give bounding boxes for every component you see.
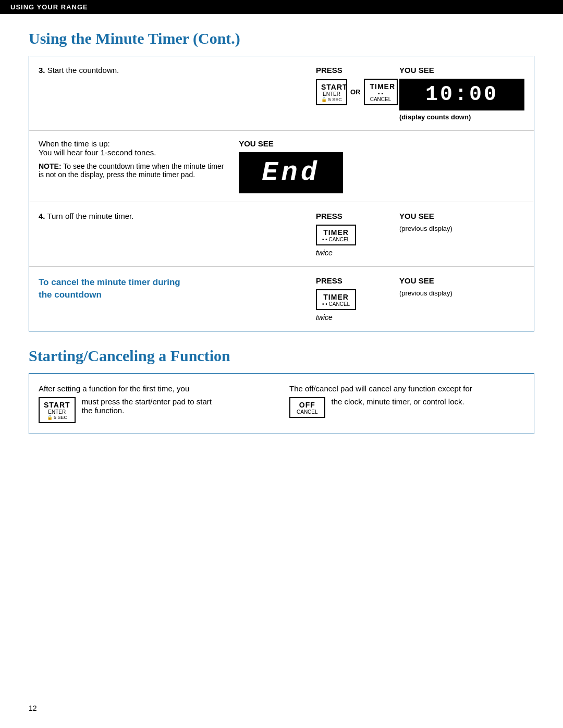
step4-twice: twice [316,249,394,257]
timer-btn4-main: TIMER [323,228,349,237]
timer-button-step3[interactable]: TIMER • • CANCEL [364,79,398,105]
cancel-title: To cancel the minute timer during the co… [39,276,305,301]
section2-left-text3: the function. [82,406,125,415]
section2-left-text2: must press the start/enter pad to start [82,397,212,406]
note-label: NOTE: [39,162,62,170]
cancel-previous-display: (previous display) [399,289,524,297]
s2-start-sub: ENTER [44,409,70,415]
step4-you-see-col: YOU SEE (previous display) [399,212,524,232]
step3-press-label: PRESS [316,66,394,75]
section2-right-block: OFF CANCEL the clock, minute timer, or c… [289,397,524,418]
step3-content: 3. Start the countdown. [39,66,316,75]
step3-row: 3. Start the countdown. PRESS START ENTE… [29,56,534,131]
step4-number: 4. [39,212,45,220]
step3-display-caption: (display counts down) [399,113,524,121]
timer-btnc-main: TIMER [323,293,349,301]
step3-press-col: PRESS START ENTER 🔒 5 SEC OR TIMER • • C… [316,66,399,105]
section2-title: Starting/Canceling a Function [29,347,534,365]
s2-start-lock: 🔒 5 SEC [44,415,70,420]
section2-right-text1: The off/cancel pad will cancel any funct… [289,384,524,393]
step4-previous-display: (previous display) [399,225,524,232]
start-button[interactable]: START ENTER 🔒 5 SEC [316,79,347,105]
when-time-up: When the time is up: [39,139,226,148]
section2-left-text2-block: must press the start/enter pad to start … [82,397,212,415]
end-display: End [239,152,343,193]
page-number: 12 [29,704,37,712]
timer-button-cancel[interactable]: TIMER • • CANCEL [316,289,356,310]
s2-start-main: START [44,401,70,409]
cancel-press-col: PRESS TIMER • • CANCEL twice [316,276,399,322]
section2-left-block: START ENTER 🔒 5 SEC must press the start… [39,397,274,423]
step4-you-see-label: YOU SEE [399,212,524,220]
step3-number: 3. [39,66,45,75]
section2-inner: After setting a function for the first t… [39,384,524,423]
timer-btn-sub: • • CANCEL [370,91,391,102]
step4-description: Turn off the minute timer. [47,212,133,220]
cancel-you-see-label: YOU SEE [399,276,524,285]
cancel-twice: twice [316,313,394,322]
info-left: When the time is up: You will hear four … [39,139,237,179]
off-btn-main: OFF [299,401,315,409]
step4-press-label: PRESS [316,212,394,220]
section2-right-col: The off/cancel pad will cancel any funct… [289,384,524,418]
timer-btn4-sub: • • CANCEL [322,237,350,242]
step3-you-see-label: YOU SEE [399,66,524,75]
cancel-you-see-col: YOU SEE (previous display) [399,276,524,297]
start-btn-main: START [321,83,348,91]
timer-btnc-sub: • • CANCEL [322,301,350,307]
step4-content: 4. Turn off the minute timer. [39,212,316,220]
page-header: USING YOUR RANGE [0,0,563,14]
start-btn-sub: ENTER [321,91,342,97]
header-title: USING YOUR RANGE [10,3,88,11]
timer-btn-main: TIMER [370,82,396,91]
hear-tones: You will hear four 1-second tones. [39,148,226,157]
main-box: 3. Start the countdown. PRESS START ENTE… [29,56,534,331]
or-text: OR [350,88,361,96]
timer-button-step4[interactable]: TIMER • • CANCEL [316,225,356,245]
section1-title: Using the Minute Timer (Cont.) [29,30,534,47]
step3-display: 10:00 [399,79,524,110]
note-text: To see the countdown time when the minut… [39,162,224,179]
off-btn-sub: CANCEL [297,409,318,415]
section2-box: After setting a function for the first t… [29,373,534,434]
cancel-content: To cancel the minute timer during the co… [39,276,316,306]
start-btn-lock: 🔒 5 SEC [321,97,342,102]
step3-you-see-col: YOU SEE 10:00 (display counts down) [399,66,524,121]
cancel-row: To cancel the minute timer during the co… [29,267,534,331]
info-right: YOU SEE End [239,139,343,193]
cancel-press-label: PRESS [316,276,394,285]
step4-press-col: PRESS TIMER • • CANCEL twice [316,212,399,257]
section2-left-text1: After setting a function for the first t… [39,384,274,393]
section2-left-col: After setting a function for the first t… [39,384,274,423]
info-you-see-label: YOU SEE [239,139,343,148]
off-button[interactable]: OFF CANCEL [289,397,325,418]
info-row: When the time is up: You will hear four … [29,131,534,202]
section2-right-text2: the clock, minute timer, or control lock… [332,397,464,406]
step3-description: Start the countdown. [47,66,119,75]
note-block: NOTE: To see the countdown time when the… [39,162,226,179]
step3-press-buttons: START ENTER 🔒 5 SEC OR TIMER • • CANCEL [316,79,394,105]
step4-row: 4. Turn off the minute timer. PRESS TIME… [29,202,534,267]
section2-start-button[interactable]: START ENTER 🔒 5 SEC [39,397,76,423]
